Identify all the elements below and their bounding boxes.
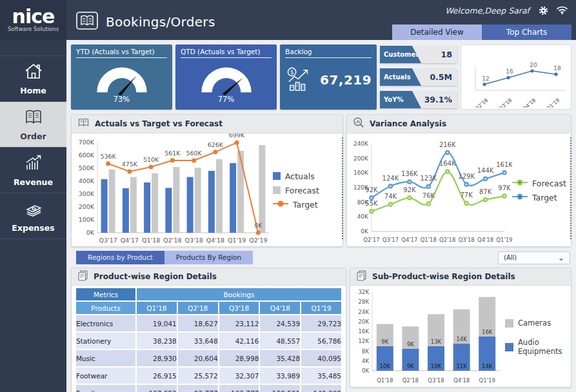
sub-product-chart: 0K4K8K12K16K20K24K28K32KQ1'1810K9KQ2'189… bbox=[350, 287, 505, 387]
stat-label: Customers bbox=[380, 46, 421, 63]
qtd-gauge-value: 77% bbox=[218, 95, 235, 104]
tab-top-charts[interactable]: Top Charts bbox=[482, 24, 571, 40]
panel-title: Actuals vs Target vs Forecast bbox=[95, 119, 223, 128]
value-cell: 19,041 bbox=[137, 315, 177, 331]
svg-text:200K: 200K bbox=[79, 203, 95, 210]
svg-text:9K: 9K bbox=[407, 341, 414, 348]
svg-text:76K: 76K bbox=[422, 192, 435, 199]
product-name-cell: Furniture bbox=[76, 385, 135, 392]
svg-text:40K: 40K bbox=[357, 213, 369, 220]
backlog-icon: $ bbox=[286, 66, 313, 94]
sidebar-item-revenue[interactable]: Revenue bbox=[0, 147, 66, 193]
details-row: Product-wise Region Details Metrics Book… bbox=[71, 268, 571, 392]
kpi-stats: Customers 18 Actuals 0.5M YoY% 39.1% bbox=[380, 44, 457, 110]
sidebar-item-label: Home bbox=[20, 86, 46, 95]
kpi-row: YTD (Actuals vs Target) 73% QTD (Actuals… bbox=[71, 44, 571, 110]
svg-text:14K: 14K bbox=[482, 363, 493, 369]
panel-resize-handle[interactable] bbox=[342, 137, 343, 239]
ytd-gauge bbox=[84, 58, 159, 95]
legend-label: Actuals bbox=[285, 172, 315, 181]
home-icon bbox=[24, 62, 43, 83]
svg-text:Q1'18: Q1'18 bbox=[421, 237, 437, 243]
svg-text:0K: 0K bbox=[86, 229, 95, 236]
svg-text:87K: 87K bbox=[479, 188, 492, 195]
backlog-value: 67,219 bbox=[320, 72, 372, 88]
ytd-gauge-title: YTD (Actuals vs Target) bbox=[76, 48, 167, 58]
svg-text:Q2'19: Q2'19 bbox=[249, 237, 267, 244]
value-cell: 149,200 bbox=[301, 385, 341, 392]
svg-text:20: 20 bbox=[530, 62, 537, 68]
svg-text:144K: 144K bbox=[477, 167, 494, 174]
svg-text:200K: 200K bbox=[353, 155, 369, 162]
region-filter-dropdown[interactable]: (All) ⌄ bbox=[498, 251, 570, 264]
tab-regions-by-product[interactable]: Regions by Product bbox=[76, 251, 164, 264]
svg-text:Q4'18: Q4'18 bbox=[477, 237, 493, 243]
panel-title: Sub-Product-wise Region Details bbox=[372, 272, 515, 281]
chart-legend: Actuals Forecast Target bbox=[273, 172, 319, 210]
legend-label: Target bbox=[293, 200, 318, 210]
view-tabs: Detailed View Top Charts bbox=[392, 24, 571, 40]
legend-label: Forecast bbox=[532, 179, 566, 188]
svg-text:164K: 164K bbox=[439, 160, 456, 167]
svg-text:Q3'17: Q3'17 bbox=[382, 237, 399, 243]
svg-text:4K: 4K bbox=[362, 358, 369, 364]
actuals-swatch bbox=[273, 172, 281, 180]
qtd-gauge bbox=[189, 58, 264, 95]
tab-detailed-view[interactable]: Detailed View bbox=[392, 24, 482, 40]
sidebar-item-expenses[interactable]: Expenses bbox=[0, 193, 66, 239]
svg-text:16: 16 bbox=[506, 68, 513, 75]
sidebar-item-home[interactable]: Home bbox=[0, 55, 66, 101]
value-cell: 29,723 bbox=[301, 315, 341, 331]
value-cell: 32,307 bbox=[219, 368, 259, 384]
svg-text:8K: 8K bbox=[362, 348, 369, 355]
page-title-group: Bookings/Orders bbox=[76, 12, 215, 32]
gear-icon[interactable] bbox=[538, 5, 549, 19]
panel-resize-handle[interactable] bbox=[570, 137, 571, 239]
svg-text:0K: 0K bbox=[254, 222, 263, 229]
svg-text:14K: 14K bbox=[456, 336, 467, 342]
svg-text:475K: 475K bbox=[122, 161, 138, 168]
value-cell: 24,539 bbox=[260, 315, 300, 331]
svg-text:400K: 400K bbox=[79, 177, 95, 184]
variance-analysis-panel: Variance Analysis 0K40K80K120K160K200K24… bbox=[346, 114, 571, 247]
report-icon bbox=[356, 270, 367, 284]
svg-text:12K: 12K bbox=[359, 338, 370, 344]
bookings-header: Bookings bbox=[137, 288, 341, 300]
svg-text:18: 18 bbox=[553, 65, 561, 72]
svg-text:Q3'17: Q3'17 bbox=[99, 237, 117, 244]
svg-text:240K: 240K bbox=[353, 141, 369, 147]
svg-text:28K: 28K bbox=[359, 299, 370, 305]
value-cell: 28,998 bbox=[219, 350, 259, 366]
product-name-cell: Footwear bbox=[76, 368, 135, 384]
value-cell: 35,428 bbox=[260, 350, 300, 366]
svg-text:20K: 20K bbox=[359, 318, 370, 325]
svg-text:160K: 160K bbox=[353, 170, 369, 176]
svg-text:699K: 699K bbox=[229, 133, 245, 139]
svg-text:Q1'19: Q1'19 bbox=[496, 237, 512, 243]
table-row: Stationery38,23833,64842,11648,55756,786 bbox=[76, 333, 341, 349]
tab-products-by-region[interactable]: Products By Region bbox=[164, 251, 253, 264]
value-cell: 107,652 bbox=[137, 385, 177, 392]
sidebar-item-order[interactable]: Order bbox=[0, 101, 66, 147]
svg-text:74K: 74K bbox=[384, 193, 397, 200]
value-cell: 38,238 bbox=[137, 333, 177, 349]
wifi-icon[interactable] bbox=[556, 5, 568, 17]
column-header: Q1'19 bbox=[301, 302, 341, 314]
svg-text:Q1'18: Q1'18 bbox=[142, 237, 160, 244]
customer-trend-chart: 12Q2'1816Q3'1820Q4'1818Q1'19 bbox=[461, 45, 571, 108]
logo-name: nice bbox=[12, 8, 55, 26]
value-cell: 48,557 bbox=[260, 333, 300, 349]
charts-row: Actuals vs Target vs Forecast 0K100K200K… bbox=[71, 114, 571, 247]
svg-text:Q4'18: Q4'18 bbox=[206, 237, 224, 244]
logo: nice Software Solutions bbox=[0, 0, 66, 40]
svg-text:13K: 13K bbox=[431, 338, 442, 345]
product-region-table: Metrics Bookings Products Q1'18 Q2'18 Q3… bbox=[75, 287, 343, 392]
svg-text:0K: 0K bbox=[361, 228, 369, 235]
svg-text:32K: 32K bbox=[359, 289, 370, 295]
panel-title: Variance Analysis bbox=[370, 119, 446, 128]
stat-value: 39.1% bbox=[424, 91, 452, 108]
value-cell: 40,095 bbox=[301, 350, 341, 366]
region-table-body: Electronics19,04118,62723,11224,53929,72… bbox=[76, 315, 341, 392]
svg-text:216K: 216K bbox=[439, 141, 456, 148]
svg-text:9K: 9K bbox=[407, 363, 414, 369]
